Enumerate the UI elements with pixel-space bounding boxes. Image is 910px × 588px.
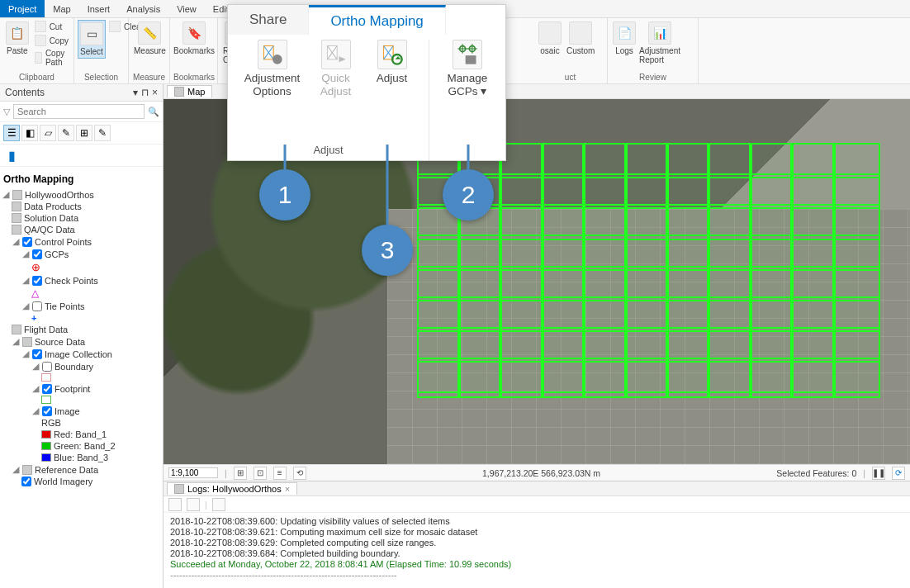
ortho-tab[interactable]: Ortho Mapping: [309, 5, 445, 35]
sb-tool1[interactable]: ⊞: [234, 467, 247, 480]
review-label: Review: [611, 72, 694, 83]
menu-view[interactable]: View: [168, 0, 205, 17]
pane-pin-icon[interactable]: ⊓: [141, 87, 149, 98]
menu-project[interactable]: Project: [0, 0, 45, 17]
image-check[interactable]: [42, 406, 52, 416]
solution-node[interactable]: Solution Data: [2, 212, 161, 224]
adjreport-button[interactable]: 📊Adjustment Report: [639, 20, 680, 66]
copypath-button[interactable]: Copy Path: [33, 48, 70, 68]
custom-button[interactable]: Custom: [565, 20, 596, 57]
pane-dropdown-icon[interactable]: ▾: [133, 87, 138, 98]
adjustment-options-button[interactable]: Adjustment Options: [240, 40, 305, 97]
selected-features: Selected Features: 0: [776, 468, 856, 478]
tiepts-check[interactable]: [32, 301, 42, 311]
sb-tool4[interactable]: ⟲: [293, 467, 306, 480]
ortho-ribbon-callout: Share Ortho Mapping Adjustment Options Q…: [227, 4, 506, 161]
quick-adjust-icon: [321, 40, 351, 69]
workspace-node[interactable]: ◢HollywoodOrthos: [2, 188, 161, 201]
logs-icon: 📄: [613, 21, 636, 45]
boundary-check[interactable]: [42, 362, 52, 372]
menu-analysis[interactable]: Analysis: [118, 0, 168, 17]
copy-icon: [35, 35, 46, 46]
footprint-symbol: [2, 395, 161, 405]
select-icon: ▭: [80, 22, 103, 45]
select-button[interactable]: ▭Select: [78, 20, 106, 59]
qaqc-icon: [12, 225, 21, 235]
mosaic-button[interactable]: osaic: [537, 20, 563, 57]
footprint-check[interactable]: [42, 384, 52, 394]
image-node[interactable]: ◢Image: [2, 405, 161, 417]
pane-close-icon[interactable]: ×: [152, 87, 158, 98]
log-tb2[interactable]: [187, 498, 200, 511]
selection-label: Selection: [78, 72, 125, 83]
copy-button[interactable]: Copy: [33, 34, 70, 47]
filter-icon[interactable]: ▽: [3, 107, 10, 117]
refresh-icon[interactable]: ⟳: [892, 467, 905, 480]
map-tab-icon: [174, 87, 184, 97]
world-node[interactable]: World Imagery: [2, 476, 161, 487]
measure-icon: 📏: [138, 21, 161, 45]
map-tab[interactable]: Map: [167, 85, 212, 97]
checkpts-node[interactable]: ◢Check Points: [2, 274, 161, 287]
log-tab-close-icon[interactable]: ×: [285, 484, 290, 494]
pause-icon[interactable]: ❚❚: [872, 467, 885, 480]
control-node[interactable]: ◢Control Points: [2, 235, 161, 248]
qaqc-node[interactable]: QA/QC Data: [2, 224, 161, 235]
menu-insert[interactable]: Insert: [79, 0, 119, 17]
sb-tool2[interactable]: ⊡: [254, 467, 267, 480]
log-tab-icon: [174, 484, 184, 494]
adjust-button[interactable]: Adjust: [367, 40, 417, 97]
list-by-snapping-icon[interactable]: ⊞: [76, 125, 92, 141]
log-tb3[interactable]: [212, 498, 225, 511]
scale-input[interactable]: [168, 467, 218, 478]
checkpts-check[interactable]: [32, 276, 42, 286]
share-tab[interactable]: Share: [228, 5, 309, 35]
boundary-node[interactable]: ◢Boundary: [2, 360, 161, 372]
svg-marker-7: [339, 56, 345, 62]
draw-tool-icon[interactable]: ▮: [3, 147, 20, 164]
list-by-labeling-icon[interactable]: ✎: [94, 125, 111, 141]
manage-gcps-button[interactable]: Manage GCPs ▾: [434, 40, 500, 97]
list-by-selection-icon[interactable]: ▱: [40, 125, 56, 141]
list-by-drawing-icon[interactable]: ☰: [3, 125, 20, 141]
copypath-icon: [35, 52, 42, 64]
checkpts-symbol: △: [2, 287, 161, 300]
flight-node[interactable]: Flight Data: [2, 324, 161, 335]
source-node[interactable]: ◢Source Data: [2, 335, 161, 348]
gcps-check[interactable]: [32, 249, 42, 259]
gcps-node[interactable]: ◢GCPs: [2, 248, 161, 260]
world-check[interactable]: [21, 477, 31, 486]
log-tab[interactable]: Logs: HollywoodOrthos×: [167, 482, 297, 495]
workspace-icon: [12, 190, 22, 200]
green-band: Green: Band_2: [2, 440, 161, 452]
bookmark-icon: 🔖: [182, 21, 206, 45]
data-products-node[interactable]: Data Products: [2, 201, 161, 212]
bookmarks-button[interactable]: 🔖Bookmarks: [173, 20, 215, 57]
contents-header: Contents ▾ ⊓ ×: [0, 84, 163, 102]
measure-button[interactable]: 📏Measure: [132, 20, 168, 57]
manage-gcps-icon: [453, 40, 482, 69]
list-by-source-icon[interactable]: ◧: [21, 125, 38, 141]
quick-adjust-button[interactable]: Quick Adjust: [310, 40, 363, 97]
tiepts-symbol: +: [2, 312, 161, 324]
logs-button[interactable]: 📄Logs: [611, 20, 637, 57]
list-by-editing-icon[interactable]: ✎: [58, 125, 74, 141]
imgcol-node[interactable]: ◢Image Collection: [2, 348, 161, 360]
imgcol-check[interactable]: [32, 349, 42, 359]
refdata-node[interactable]: ◢Reference Data: [2, 463, 161, 476]
search-input[interactable]: [13, 104, 145, 119]
log-body[interactable]: 2018-10-22T08:08:39.600: Updating visibi…: [164, 513, 910, 588]
cut-button[interactable]: Cut: [33, 20, 70, 33]
search-icon[interactable]: 🔍: [148, 107, 159, 117]
boundary-symbol: [2, 372, 161, 382]
paste-button[interactable]: 📋Paste: [3, 20, 31, 57]
control-check[interactable]: [22, 237, 32, 247]
log-tb1[interactable]: [168, 498, 182, 511]
footprint-node[interactable]: ◢Footprint: [2, 382, 161, 395]
status-bar: | ⊞ ⊡ ≡ ⟲ 1,967,213.20E 566,923.03N m Se…: [164, 464, 910, 481]
tiepts-node[interactable]: ◢Tie Points: [2, 300, 161, 312]
sb-tool3[interactable]: ≡: [273, 467, 287, 480]
triangle-icon: △: [31, 287, 39, 299]
menu-map[interactable]: Map: [45, 0, 78, 17]
coords: 1,967,213.20E 566,923.03N m: [482, 468, 600, 478]
